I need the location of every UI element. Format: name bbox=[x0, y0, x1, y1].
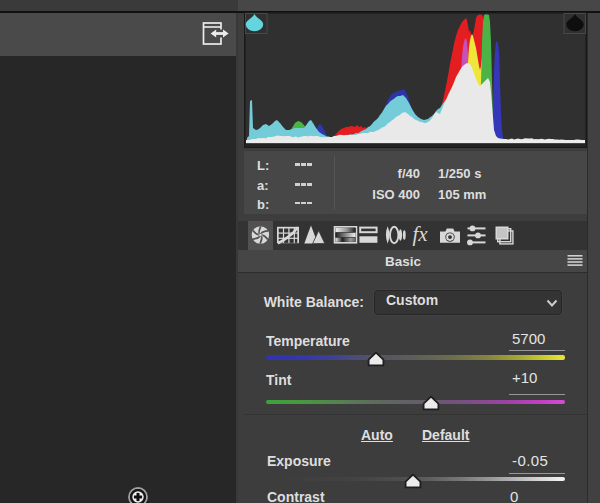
svg-text:fx: fx bbox=[413, 222, 429, 246]
